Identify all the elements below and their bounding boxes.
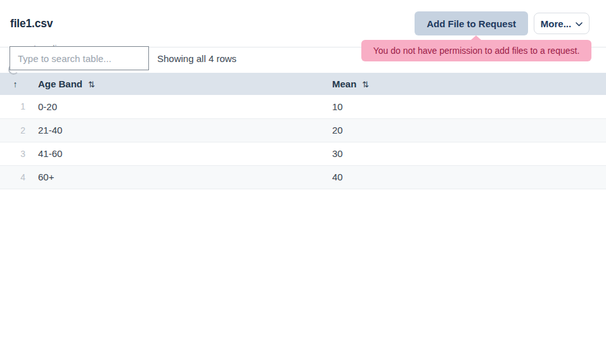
more-button-label: More... bbox=[541, 18, 571, 29]
sort-icon: ⇅ bbox=[362, 80, 369, 89]
file-viewer-page: file1.csv Add File to Request More... Yo… bbox=[0, 0, 606, 189]
chevron-down-icon bbox=[576, 22, 583, 27]
column-header-mean[interactable]: Mean⇅ bbox=[325, 73, 606, 95]
csv-data-table: ↑ Age Band⇅ Mean⇅ 1 0-20 10 2 21-40 20 bbox=[0, 73, 606, 189]
permission-tooltip: You do not have permission to add files … bbox=[361, 40, 591, 61]
column-label-mean: Mean bbox=[332, 78, 356, 89]
cell-mean: 10 bbox=[325, 95, 606, 118]
cell-mean: 20 bbox=[325, 118, 606, 142]
index-column-header[interactable]: ↑ bbox=[0, 73, 30, 95]
cell-mean: 30 bbox=[325, 142, 606, 165]
sort-icon: ⇅ bbox=[88, 80, 95, 89]
cell-age-band: 0-20 bbox=[30, 95, 325, 118]
table-row: 1 0-20 10 bbox=[0, 95, 606, 118]
row-count-status: Showing all 4 rows bbox=[157, 53, 236, 64]
column-header-age-band[interactable]: Age Band⇅ bbox=[30, 73, 325, 95]
add-file-to-request-button[interactable]: Add File to Request bbox=[415, 11, 528, 35]
tooltip-arrow-icon bbox=[471, 35, 481, 40]
column-label-age-band: Age Band bbox=[38, 78, 82, 89]
more-button[interactable]: More... bbox=[534, 13, 590, 34]
table-header-row: ↑ Age Band⇅ Mean⇅ bbox=[0, 73, 606, 95]
table-row: 4 60+ 40 bbox=[0, 165, 606, 189]
row-index: 1 bbox=[0, 95, 30, 118]
cell-age-band: 41-60 bbox=[30, 142, 325, 165]
tooltip-text: You do not have permission to add files … bbox=[373, 46, 580, 56]
table-row: 3 41-60 30 bbox=[0, 142, 606, 165]
cell-age-band: 21-40 bbox=[30, 118, 325, 142]
sort-ascending-icon: ↑ bbox=[13, 79, 18, 89]
cell-mean: 40 bbox=[325, 165, 606, 189]
table-row: 2 21-40 20 bbox=[0, 118, 606, 142]
search-input[interactable] bbox=[10, 46, 149, 70]
row-index: 3 bbox=[0, 142, 30, 165]
file-title: file1.csv bbox=[10, 17, 53, 30]
row-index: 4 bbox=[0, 165, 30, 189]
row-index: 2 bbox=[0, 118, 30, 142]
cell-age-band: 60+ bbox=[30, 165, 325, 189]
